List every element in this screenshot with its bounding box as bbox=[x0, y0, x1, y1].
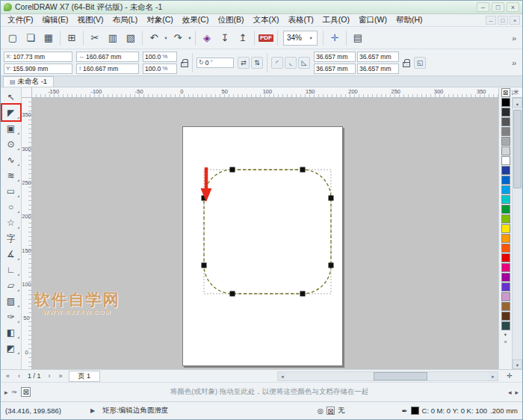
navigator-button[interactable]: ✛ bbox=[498, 372, 521, 380]
palette-swatch[interactable] bbox=[501, 302, 510, 311]
minimize-button[interactable]: – bbox=[477, 2, 489, 12]
corner-node-right-top[interactable] bbox=[329, 196, 334, 201]
palette-swatch[interactable] bbox=[501, 312, 510, 321]
palette-swatch[interactable] bbox=[501, 166, 510, 175]
corner-node-bottom-right[interactable] bbox=[300, 291, 306, 297]
mirror-vertical-button[interactable]: ⇅ bbox=[251, 57, 263, 69]
doc-close-button[interactable]: × bbox=[510, 16, 520, 25]
open-button[interactable]: ❏ bbox=[22, 29, 40, 47]
last-page-button[interactable]: » bbox=[55, 372, 66, 380]
menu-file[interactable]: 文件(F) bbox=[3, 15, 37, 25]
redo-button[interactable]: ↷ bbox=[169, 29, 187, 47]
palette-swatch[interactable] bbox=[501, 214, 510, 223]
palette-swatch[interactable] bbox=[501, 263, 510, 272]
ruler-origin-corner[interactable] bbox=[22, 87, 32, 98]
search-content-button[interactable]: ◈ bbox=[198, 29, 216, 47]
palette-swatch[interactable] bbox=[501, 234, 510, 243]
doc-minimize-button[interactable]: – bbox=[486, 16, 496, 25]
no-color-swatch[interactable]: ⊠ bbox=[501, 88, 510, 97]
text-tool[interactable]: 字 bbox=[2, 230, 20, 246]
menu-bitmaps[interactable]: 位图(B) bbox=[213, 15, 248, 25]
corner-node-bottom-left[interactable] bbox=[230, 291, 235, 297]
color-eyedropper-tool[interactable]: ✑ bbox=[2, 309, 20, 324]
artistic-media-tool[interactable]: ≋ bbox=[2, 167, 20, 183]
palette-swatch[interactable] bbox=[501, 321, 510, 330]
new-document-button[interactable]: ▢ bbox=[4, 29, 22, 47]
edit-corners-together-icon[interactable] bbox=[403, 62, 410, 67]
doc-restore-button[interactable]: □ bbox=[498, 16, 508, 25]
undo-dropdown-icon[interactable]: ▾ bbox=[163, 35, 169, 41]
status-expand-icon[interactable]: ▶ bbox=[87, 407, 98, 414]
rounded-rectangle-shape[interactable] bbox=[204, 170, 331, 294]
scale-v-field[interactable]: 100.0 % bbox=[143, 64, 177, 74]
first-page-button[interactable]: « bbox=[2, 372, 13, 380]
relative-corner-scaling-button[interactable]: ◱ bbox=[414, 57, 426, 69]
maximize-button[interactable]: □ bbox=[492, 2, 504, 12]
horizontal-scrollbar[interactable]: ◂ ▸ bbox=[277, 371, 498, 381]
interactive-fill-tool[interactable]: ◧ bbox=[2, 324, 20, 340]
menu-table[interactable]: 表格(T) bbox=[283, 15, 318, 25]
corner-radius-bottom-left-field[interactable]: 36.657 mm bbox=[314, 64, 356, 74]
corner-radius-top-left-field[interactable]: 36.657 mm bbox=[314, 52, 356, 62]
undo-button[interactable]: ↶ bbox=[145, 29, 163, 47]
vertical-scroll-thumb[interactable] bbox=[513, 110, 522, 188]
pick-tool[interactable]: ↖ bbox=[2, 89, 20, 105]
document-palette-no-color-swatch[interactable]: ⊠ bbox=[21, 387, 31, 397]
palette-swatch[interactable] bbox=[501, 156, 510, 165]
document-palette-flyout-icon[interactable]: ▸ bbox=[4, 389, 8, 396]
scalloped-corner-button[interactable]: ◟ bbox=[285, 57, 297, 69]
polygon-tool[interactable]: ☆ bbox=[2, 214, 20, 230]
palette-flyout-icon[interactable]: » bbox=[501, 339, 510, 345]
crop-tool[interactable]: ▣ bbox=[2, 120, 20, 136]
connector-tool[interactable]: ∟ bbox=[2, 262, 20, 277]
palette-swatch[interactable] bbox=[501, 108, 510, 117]
document-tab[interactable]: ▤ 未命名 -1 bbox=[3, 76, 54, 87]
save-button[interactable]: ▦ bbox=[40, 29, 58, 47]
show-rulers-button[interactable]: ▤ bbox=[349, 29, 367, 47]
palette-swatch[interactable] bbox=[501, 146, 510, 155]
paste-button[interactable]: ▧ bbox=[122, 29, 140, 47]
document-palette-eyedropper-icon[interactable]: ✑ bbox=[12, 389, 18, 396]
palette-swatch[interactable] bbox=[501, 117, 510, 126]
page-1-tab[interactable]: 页 1 bbox=[69, 371, 101, 382]
outline-color-swatch[interactable] bbox=[411, 407, 419, 415]
palette-swatch[interactable] bbox=[501, 195, 510, 204]
corner-radius-top-right-field[interactable]: 36.657 mm bbox=[357, 52, 399, 62]
drop-shadow-tool[interactable]: ▱ bbox=[2, 277, 20, 293]
menu-help[interactable]: 帮助(H) bbox=[392, 15, 427, 25]
palette-scroll-down-icon[interactable]: ▾ bbox=[501, 331, 510, 338]
dimension-tool[interactable]: ∡ bbox=[2, 246, 20, 262]
scale-h-field[interactable]: 100.0 % bbox=[143, 52, 177, 62]
next-page-button[interactable]: › bbox=[44, 372, 55, 380]
close-button[interactable]: × bbox=[507, 2, 519, 12]
menu-edit[interactable]: 编辑(E) bbox=[37, 15, 72, 25]
chamfered-corner-button[interactable]: ◺ bbox=[298, 57, 310, 69]
zoom-level-combo[interactable]: 34% ▾ bbox=[283, 31, 318, 46]
round-corner-button[interactable]: ◜ bbox=[271, 57, 283, 69]
document-palette-left-icon[interactable]: ◂ bbox=[508, 389, 512, 396]
horizontal-scroll-thumb[interactable] bbox=[374, 372, 427, 380]
palette-swatch[interactable] bbox=[501, 253, 510, 262]
property-bar-overflow-button[interactable]: » bbox=[509, 58, 519, 67]
object-x-field[interactable]: X: 107.73 mm bbox=[4, 52, 72, 62]
ellipse-tool[interactable]: ○ bbox=[2, 199, 20, 214]
palette-swatch[interactable] bbox=[501, 273, 510, 282]
mirror-horizontal-button[interactable]: ⇄ bbox=[238, 57, 250, 69]
publish-pdf-button[interactable]: PDF bbox=[257, 29, 275, 47]
scroll-up-icon[interactable]: ▴ bbox=[513, 98, 522, 108]
copy-button[interactable]: ▥ bbox=[104, 29, 122, 47]
import-button[interactable]: ↧ bbox=[216, 29, 234, 47]
freehand-tool[interactable]: ∿ bbox=[2, 152, 20, 167]
smart-fill-tool[interactable]: ◩ bbox=[2, 340, 20, 356]
corner-radius-bottom-right-field[interactable]: 36.657 mm bbox=[357, 64, 399, 74]
menu-window[interactable]: 窗口(W) bbox=[354, 15, 392, 25]
object-height-field[interactable]: ↕ 160.667 mm bbox=[76, 64, 139, 74]
lock-ratio-icon[interactable] bbox=[181, 62, 188, 67]
palette-swatch[interactable] bbox=[501, 176, 510, 185]
export-button[interactable]: ↥ bbox=[234, 29, 252, 47]
palette-swatch[interactable] bbox=[501, 244, 510, 253]
menu-text[interactable]: 文本(X) bbox=[248, 15, 283, 25]
palette-swatch[interactable] bbox=[501, 205, 510, 214]
shape-tool[interactable]: ◤ bbox=[2, 105, 20, 120]
corner-node-top-left[interactable] bbox=[230, 167, 235, 173]
